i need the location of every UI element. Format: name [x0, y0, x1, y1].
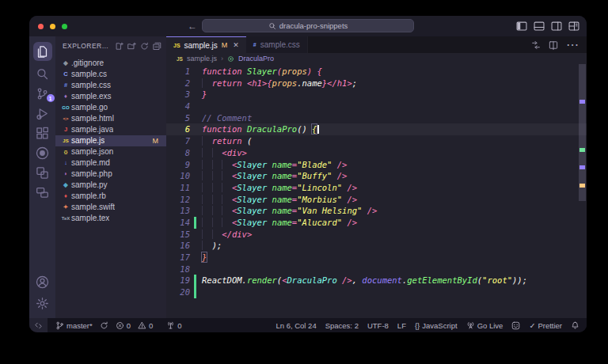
- status-prettier[interactable]: ✓Prettier: [529, 321, 562, 330]
- file-row[interactable]: ↓sample.md: [55, 157, 166, 169]
- warning-icon: [138, 321, 146, 330]
- refresh-explorer-button[interactable]: [140, 42, 149, 51]
- code-line[interactable]: 18: [166, 264, 587, 275]
- status-cursor-position[interactable]: Ln 6, Col 24: [276, 321, 316, 330]
- code-line[interactable]: 16 );: [166, 240, 587, 252]
- code-line[interactable]: 3}: [166, 89, 587, 100]
- code-line[interactable]: 1function Slayer(props) {: [166, 66, 587, 78]
- file-type-icon: ◆: [60, 58, 71, 69]
- new-folder-button[interactable]: [127, 42, 136, 51]
- scrollbar-thumb[interactable]: [579, 64, 586, 201]
- code-editor[interactable]: 1function Slayer(props) {2 return <h1>{p…: [166, 64, 587, 318]
- file-row[interactable]: ◆sample.py: [55, 180, 166, 191]
- status-encoding[interactable]: UTF-8: [367, 321, 389, 330]
- breadcrumb-separator: ›: [221, 55, 223, 63]
- file-row[interactable]: TeXsample.tex: [55, 213, 166, 224]
- code-line[interactable]: 17}: [166, 252, 587, 264]
- code-line[interactable]: 12 <Slayer name="Morbius" />: [166, 194, 587, 206]
- back-button[interactable]: ←: [188, 21, 197, 32]
- status-errors[interactable]: 0: [116, 321, 131, 330]
- toggle-panel-button[interactable]: [534, 21, 545, 32]
- command-center-search[interactable]: dracula-pro-snippets: [202, 19, 414, 32]
- file-row[interactable]: ♦sample.exs: [55, 91, 166, 102]
- file-name: sample.tex: [71, 213, 109, 224]
- tab-sample.css[interactable]: #sample.css: [246, 36, 308, 53]
- open-changes-button[interactable]: [531, 40, 541, 50]
- file-type-icon: #: [253, 42, 256, 47]
- file-type-icon: JS: [60, 135, 71, 146]
- code-line[interactable]: 8 <div>: [166, 147, 587, 159]
- code-line[interactable]: 15 </div>: [166, 229, 587, 241]
- code-line[interactable]: 4: [166, 100, 587, 112]
- file-row[interactable]: Csample.cs: [55, 69, 166, 80]
- tab-label: sample.css: [260, 40, 300, 49]
- code-line[interactable]: 11 <Slayer name="Lincoln" />: [166, 182, 587, 194]
- customize-layout-button[interactable]: [568, 21, 580, 32]
- activity-extensions[interactable]: [33, 126, 52, 140]
- overview-ruler-mark: [580, 148, 585, 152]
- breadcrumb-symbol[interactable]: DraculaPro: [238, 55, 274, 63]
- code-line[interactable]: 20: [166, 286, 587, 298]
- file-row[interactable]: Jsample.java: [55, 124, 166, 135]
- activity-comments[interactable]: [33, 185, 52, 199]
- status-warnings[interactable]: 0: [138, 321, 153, 330]
- breadcrumb-file[interactable]: sample.js: [187, 55, 217, 63]
- code-line[interactable]: 7 return (: [166, 135, 587, 147]
- activity-github[interactable]: [33, 146, 52, 160]
- file-row[interactable]: ✦sample.swift: [55, 202, 166, 213]
- minimize-window-button[interactable]: [50, 24, 55, 29]
- close-tab-icon[interactable]: ✕: [233, 41, 239, 49]
- file-row[interactable]: GOsample.go: [55, 102, 166, 113]
- status-git-branch[interactable]: master*: [55, 321, 93, 330]
- tab-sample.js[interactable]: JSsample.jsM✕: [166, 36, 246, 53]
- activity-settings[interactable]: [33, 296, 52, 310]
- file-type-icon: ◗: [60, 169, 71, 180]
- code-line[interactable]: 19ReactDOM.render(<DraculaPro />, docume…: [166, 275, 587, 286]
- file-row[interactable]: ◆.gitignore: [55, 58, 166, 69]
- status-feedback[interactable]: [511, 321, 520, 330]
- activity-explorer[interactable]: [33, 42, 52, 61]
- code-line[interactable]: 10 <Slayer name="Buffy" />: [166, 170, 587, 182]
- code-line[interactable]: 5// Comment: [166, 112, 587, 124]
- code-line[interactable]: 6function DraculaPro() {: [166, 123, 587, 135]
- smiley-icon: [511, 321, 520, 330]
- toggle-primary-sidebar-button[interactable]: [516, 21, 527, 32]
- status-ports[interactable]: 0: [166, 321, 181, 330]
- activity-remote-explorer[interactable]: [33, 165, 52, 180]
- status-notifications[interactable]: [571, 321, 580, 330]
- close-window-button[interactable]: [38, 24, 44, 29]
- file-row[interactable]: {}sample.json: [55, 146, 166, 157]
- toggle-secondary-sidebar-button[interactable]: [551, 21, 562, 32]
- activity-accounts[interactable]: [33, 275, 52, 289]
- file-row[interactable]: ♦sample.rb: [55, 191, 166, 202]
- file-row[interactable]: JSsample.jsM: [55, 135, 166, 146]
- collapse-folders-button[interactable]: [153, 42, 162, 51]
- file-type-icon: JS: [173, 43, 180, 48]
- line-number: 15: [166, 229, 190, 241]
- zoom-window-button[interactable]: [62, 24, 67, 29]
- code-line[interactable]: 2 return <h1>{props.name}</h1>;: [166, 78, 587, 89]
- split-editor-button[interactable]: [549, 40, 558, 50]
- activity-search[interactable]: [33, 66, 52, 81]
- file-row[interactable]: #sample.css: [55, 80, 166, 91]
- code-text: return (: [196, 135, 252, 147]
- more-actions-button[interactable]: ⋯: [566, 37, 579, 52]
- status-indentation[interactable]: Spaces: 2: [325, 321, 359, 330]
- line-number: 19: [166, 275, 190, 286]
- status-eol[interactable]: LF: [397, 321, 406, 330]
- activity-run-debug[interactable]: [33, 106, 52, 120]
- file-row[interactable]: <>sample.html: [55, 113, 166, 124]
- file-row[interactable]: ◗sample.php: [55, 169, 166, 180]
- line-number: 4: [166, 100, 190, 112]
- status-language-mode[interactable]: {}JavaScript: [415, 321, 458, 330]
- status-remote-indicator[interactable]: [29, 318, 48, 332]
- code-line[interactable]: 14 <Slayer name="Alucard" />: [166, 217, 587, 229]
- new-file-button[interactable]: [115, 42, 124, 51]
- file-name: sample.go: [71, 102, 108, 113]
- code-line[interactable]: 9 <Slayer name="Blade" />: [166, 159, 587, 171]
- code-text: function DraculaPro() {: [196, 123, 319, 135]
- code-line[interactable]: 13 <Slayer name="Van Helsing" />: [166, 205, 587, 217]
- status-sync[interactable]: [100, 321, 108, 330]
- activity-source-control[interactable]: 1: [33, 86, 52, 100]
- status-go-live[interactable]: Go Live: [466, 321, 504, 330]
